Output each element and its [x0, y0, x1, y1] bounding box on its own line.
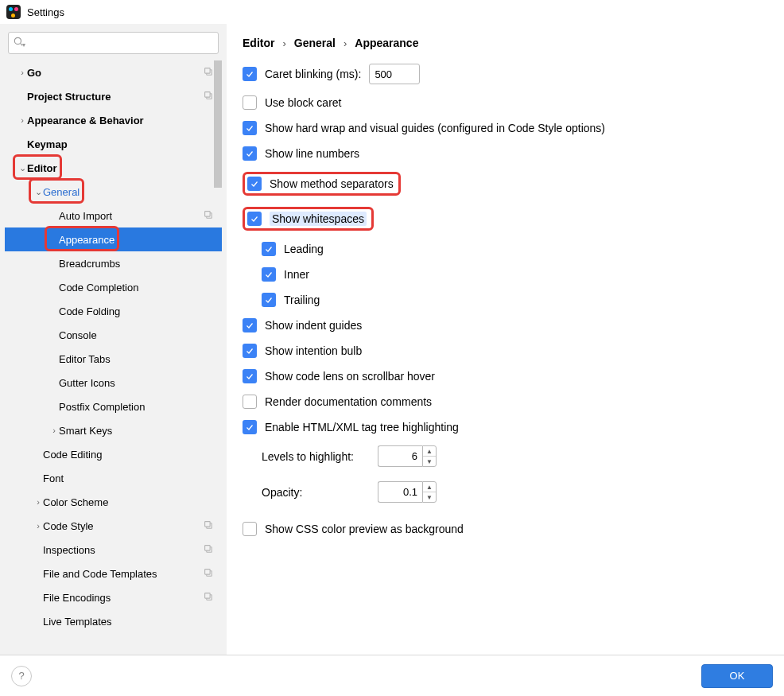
sidebar-item-editor-tabs[interactable]: ·Editor Tabs: [5, 347, 222, 371]
caret-blinking-checkbox[interactable]: [243, 67, 257, 81]
chevron-up-icon[interactable]: ▲: [423, 446, 436, 457]
sidebar-item-live-templates[interactable]: ·Live Templates: [5, 609, 222, 633]
help-button[interactable]: ?: [11, 666, 32, 686]
settings-tree: ›Go·Project Structure›Appearance & Behav…: [5, 60, 222, 633]
opt-show-whitespaces: Show whitespaces: [247, 212, 367, 226]
method-separators-label: Show method separators: [270, 177, 394, 190]
scrollbar-thumb[interactable]: [214, 60, 222, 188]
render-docs-checkbox[interactable]: [243, 395, 257, 409]
opt-levels: Levels to highlight: ▲▼: [243, 445, 768, 467]
use-block-caret-checkbox[interactable]: [243, 95, 257, 110]
chevron-down-icon[interactable]: ⌄: [17, 163, 27, 173]
sidebar-item-label: Gutter Icons: [59, 377, 115, 389]
opt-code-lens: Show code lens on scrollbar hover: [243, 369, 768, 383]
sidebar-item-keymap[interactable]: ·Keymap: [5, 132, 222, 156]
opt-indent-guides: Show indent guides: [243, 318, 768, 332]
opacity-input[interactable]: [378, 481, 422, 503]
sidebar-item-postfix-completion[interactable]: ·Postfix Completion: [5, 395, 222, 418]
chevron-right-icon[interactable]: ›: [17, 68, 27, 77]
svg-line-1: [21, 44, 23, 46]
chevron-right-icon[interactable]: ›: [33, 497, 43, 507]
search-input[interactable]: [8, 32, 219, 54]
sidebar-item-label: Postfix Completion: [59, 401, 145, 413]
breadcrumb: Editor › General › Appearance: [243, 37, 768, 49]
search-wrap: ▾: [8, 32, 219, 54]
sidebar-item-file-encodings[interactable]: ·File Encodings: [5, 585, 222, 609]
sidebar-item-code-editing[interactable]: ·Code Editing: [5, 442, 222, 466]
sidebar-item-editor[interactable]: ⌄Editor: [5, 156, 222, 180]
window-title: Settings: [27, 6, 64, 18]
opt-method-separators: Show method separators: [247, 177, 394, 191]
sidebar-item-label: Smart Keys: [59, 425, 112, 437]
opt-opacity: Opacity: ▲▼: [243, 481, 768, 503]
chevron-down-icon[interactable]: ▼: [423, 457, 436, 466]
method-separators-checkbox[interactable]: [247, 177, 262, 191]
sidebar-item-font[interactable]: ·Font: [5, 466, 222, 490]
indent-guides-checkbox[interactable]: [243, 318, 257, 332]
sidebar-item-appearance-behavior[interactable]: ›Appearance & Behavior: [5, 108, 222, 132]
ws-inner-checkbox[interactable]: [262, 267, 276, 282]
breadcrumb-general[interactable]: General: [294, 37, 336, 49]
chevron-down-icon[interactable]: ▼: [423, 492, 436, 502]
chevron-right-icon[interactable]: ›: [49, 426, 59, 435]
ws-inner-label: Inner: [284, 268, 309, 281]
sidebar-item-label: Editor Tabs: [59, 353, 111, 365]
sidebar-item-auto-import[interactable]: ·Auto Import: [5, 204, 222, 227]
svg-rect-13: [205, 570, 211, 575]
sidebar-item-general[interactable]: ⌄General: [5, 180, 222, 204]
line-numbers-checkbox[interactable]: [243, 146, 257, 161]
css-preview-checkbox[interactable]: [243, 522, 257, 536]
intention-bulb-checkbox[interactable]: [243, 344, 257, 358]
footer: ? OK: [0, 655, 784, 696]
ws-trailing-checkbox[interactable]: [262, 293, 276, 307]
sidebar-item-label: Color Scheme: [43, 496, 108, 508]
sidebar-item-smart-keys[interactable]: ›Smart Keys: [5, 418, 222, 442]
sidebar-item-project-structure[interactable]: ·Project Structure: [5, 84, 222, 108]
html-highlight-checkbox[interactable]: [243, 420, 257, 434]
sidebar-item-console[interactable]: ·Console: [5, 323, 222, 347]
intention-bulb-label: Show intention bulb: [265, 344, 362, 357]
hard-wrap-label: Show hard wrap and visual guides (config…: [265, 122, 605, 134]
code-lens-checkbox[interactable]: [243, 369, 257, 383]
sidebar-item-color-scheme[interactable]: ›Color Scheme: [5, 490, 222, 514]
chevron-right-icon: ›: [343, 37, 347, 49]
caret-blinking-input[interactable]: [369, 64, 420, 84]
levels-input[interactable]: [378, 445, 422, 467]
ok-button[interactable]: OK: [701, 664, 773, 688]
highlight-show-whitespaces: Show whitespaces: [243, 207, 374, 231]
chevron-right-icon[interactable]: ›: [33, 521, 43, 531]
sidebar-item-label: Appearance & Behavior: [27, 115, 144, 126]
opacity-stepper[interactable]: ▲▼: [422, 481, 437, 503]
sidebar-item-appearance[interactable]: ·Appearance: [5, 227, 222, 251]
svg-rect-7: [205, 212, 211, 217]
svg-rect-3: [205, 68, 211, 74]
ws-leading-checkbox[interactable]: [262, 242, 276, 256]
opt-intention-bulb: Show intention bulb: [243, 344, 768, 358]
breadcrumb-editor[interactable]: Editor: [243, 37, 274, 49]
opt-ws-leading: Leading: [243, 242, 768, 256]
show-whitespaces-checkbox[interactable]: [247, 212, 262, 226]
svg-point-0: [14, 37, 21, 44]
sidebar-item-go[interactable]: ›Go: [5, 60, 222, 84]
opt-use-block-caret: Use block caret: [243, 95, 768, 110]
sidebar-item-gutter-icons[interactable]: ·Gutter Icons: [5, 371, 222, 395]
sidebar-item-label: Auto Import: [59, 210, 112, 222]
hard-wrap-checkbox[interactable]: [243, 121, 257, 135]
sidebar-item-label: Live Templates: [43, 616, 111, 628]
sidebar-item-label: Code Folding: [59, 305, 120, 317]
sidebar-item-file-and-code-templates[interactable]: ·File and Code Templates: [5, 562, 222, 585]
sidebar-item-code-completion[interactable]: ·Code Completion: [5, 275, 222, 299]
chevron-right-icon[interactable]: ›: [17, 115, 27, 125]
chevron-down-icon[interactable]: ⌄: [33, 187, 43, 197]
project-scope-icon: [204, 544, 214, 554]
indent-guides-label: Show indent guides: [265, 319, 362, 332]
sidebar-item-code-style[interactable]: ›Code Style: [5, 514, 222, 538]
project-scope-icon: [204, 210, 214, 220]
levels-stepper[interactable]: ▲▼: [422, 445, 437, 467]
sidebar-item-inspections[interactable]: ·Inspections: [5, 538, 222, 562]
sidebar-item-code-folding[interactable]: ·Code Folding: [5, 299, 222, 323]
chevron-up-icon[interactable]: ▲: [423, 482, 436, 492]
levels-label: Levels to highlight:: [262, 450, 367, 463]
code-lens-label: Show code lens on scrollbar hover: [265, 370, 435, 383]
sidebar-item-breadcrumbs[interactable]: ·Breadcrumbs: [5, 251, 222, 275]
